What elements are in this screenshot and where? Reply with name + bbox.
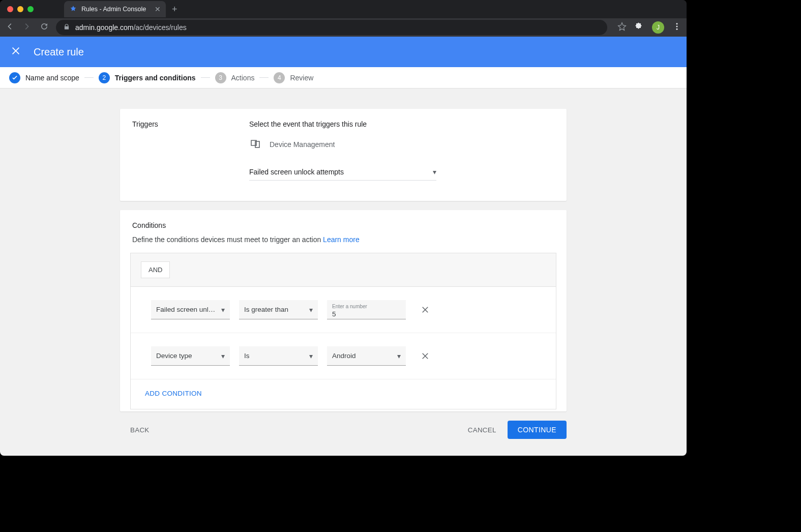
window-minimize-dot[interactable] [17, 6, 23, 12]
svg-point-1 [676, 26, 678, 27]
add-condition-button[interactable]: ADD CONDITION [145, 390, 202, 397]
continue-button[interactable]: CONTINUE [508, 421, 567, 439]
reload-icon[interactable] [40, 22, 49, 33]
tab-title: Rules - Admin Console [81, 6, 146, 13]
remove-condition-button[interactable] [420, 305, 430, 315]
step-divider [259, 77, 269, 78]
close-icon[interactable] [10, 45, 21, 58]
browser-tab[interactable]: Rules - Admin Console ✕ [64, 1, 166, 17]
remove-condition-button[interactable] [420, 351, 430, 361]
conditions-title: Conditions [132, 221, 554, 229]
condition-value-select[interactable]: Android ▾ [327, 346, 406, 366]
omnibox[interactable]: admin.google.com/ac/devices/rules [56, 20, 607, 35]
toolbar-right: J [617, 21, 681, 34]
extensions-icon[interactable] [635, 22, 644, 33]
cancel-button[interactable]: CANCEL [468, 426, 496, 434]
chevron-down-icon: ▾ [221, 306, 225, 314]
devices-icon [249, 137, 261, 151]
condition-field-select[interactable]: Failed screen unlock … ▾ [151, 300, 230, 319]
learn-more-link[interactable]: Learn more [323, 235, 360, 244]
trigger-select[interactable]: Failed screen unlock attempts ▾ [249, 163, 436, 181]
condition-row: Failed screen unlock … ▾ Is greater than… [131, 287, 556, 333]
forward-icon [22, 22, 32, 33]
chevron-down-icon: ▾ [397, 352, 401, 360]
svg-point-2 [676, 28, 678, 30]
url-text: admin.google.com/ac/devices/rules [75, 23, 187, 32]
condition-field-select[interactable]: Device type ▾ [151, 346, 230, 366]
step-review: 4 Review [274, 72, 313, 83]
input-label: Enter a number [332, 304, 367, 309]
svg-point-0 [676, 23, 678, 24]
step-divider [201, 77, 210, 78]
condition-row: Device type ▾ Is ▾ Android ▾ [131, 333, 556, 379]
nav-buttons [5, 22, 49, 33]
conditions-card: Conditions Define the conditions devices… [120, 210, 567, 411]
tab-bar: Rules - Admin Console ✕ + [0, 0, 687, 18]
conditions-head: AND [131, 253, 556, 287]
trigger-select-value: Failed screen unlock attempts [249, 168, 344, 176]
browser-window: Rules - Admin Console ✕ + admin.google.c… [0, 0, 687, 456]
trigger-category-label: Device Management [270, 140, 335, 149]
back-button[interactable]: BACK [130, 426, 150, 434]
window-close-dot[interactable] [7, 6, 13, 12]
app-viewport: Create rule Name and scope 2 Triggers an… [0, 37, 687, 456]
content-scroll[interactable]: Triggers Select the event that triggers … [0, 88, 687, 456]
chevron-down-icon: ▾ [309, 352, 313, 360]
check-icon [9, 72, 20, 83]
traffic-lights [7, 6, 34, 12]
chevron-down-icon: ▾ [221, 352, 225, 360]
condition-operator-select[interactable]: Is greater than ▾ [239, 300, 318, 319]
admin-favicon-icon [69, 5, 77, 13]
step-name-scope[interactable]: Name and scope [9, 72, 79, 83]
triggers-card: Triggers Select the event that triggers … [120, 109, 567, 201]
bookmark-star-icon[interactable] [617, 22, 627, 33]
app-header: Create rule [0, 37, 687, 67]
step-actions: 3 Actions [215, 72, 255, 83]
lock-icon [63, 23, 70, 32]
new-tab-button[interactable]: + [172, 4, 177, 15]
triggers-title: Triggers [132, 120, 229, 181]
condition-operator-select[interactable]: Is ▾ [239, 346, 318, 366]
window-zoom-dot[interactable] [27, 6, 34, 12]
step-triggers-conditions[interactable]: 2 Triggers and conditions [99, 72, 196, 83]
wizard-footer: BACK CANCEL CONTINUE [120, 421, 567, 439]
address-bar-row: admin.google.com/ac/devices/rules J [0, 18, 687, 37]
conditions-box: AND Failed screen unlock … ▾ Is greater … [130, 253, 556, 409]
chevron-down-icon: ▾ [309, 306, 313, 314]
back-icon[interactable] [5, 22, 14, 33]
tab-close-icon[interactable]: ✕ [155, 5, 161, 13]
add-condition-row: ADD CONDITION [131, 379, 556, 409]
chevron-down-icon: ▾ [433, 168, 436, 176]
step-divider [84, 77, 94, 78]
wizard-stepper: Name and scope 2 Triggers and conditions… [0, 67, 687, 88]
browser-menu-icon[interactable] [672, 22, 681, 33]
triggers-description: Select the event that triggers this rule [249, 120, 554, 128]
condition-value-input[interactable]: Enter a number 5 [327, 300, 406, 319]
profile-avatar[interactable]: J [652, 21, 664, 34]
logic-chip[interactable]: AND [141, 261, 170, 278]
page-title: Create rule [34, 46, 84, 58]
conditions-description: Define the conditions devices must meet … [132, 235, 554, 244]
trigger-category: Device Management [249, 137, 554, 151]
